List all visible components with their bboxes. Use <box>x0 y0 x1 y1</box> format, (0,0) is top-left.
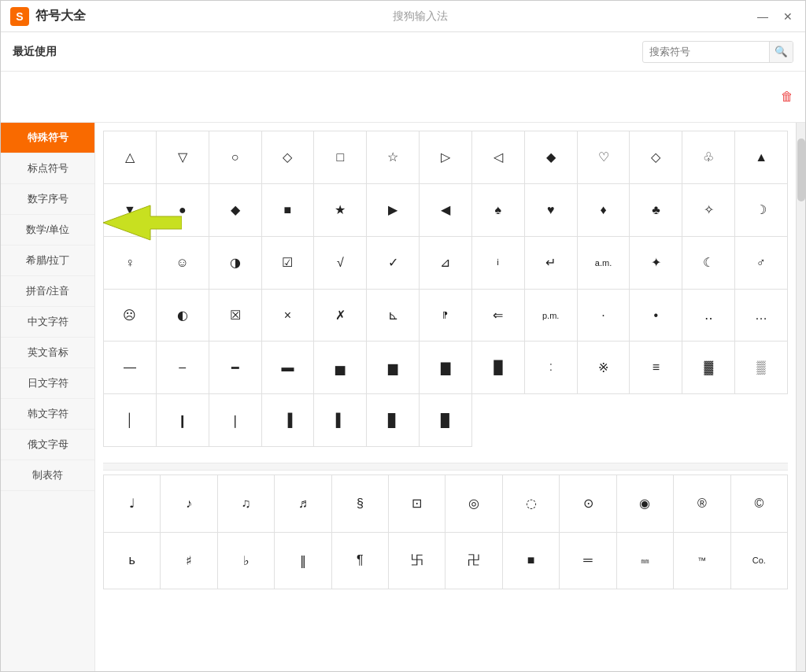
sidebar-item-special[interactable]: 特殊符号 <box>1 123 94 153</box>
sidebar-item-japanese[interactable]: 日文字符 <box>1 368 94 399</box>
sidebar-item-pinyin[interactable]: 拼音/注音 <box>1 276 94 307</box>
symbol-cell[interactable]: ★ <box>314 184 367 237</box>
symbol-cell[interactable]: ■ <box>503 533 560 589</box>
symbol-cell[interactable]: ⅰ <box>472 237 525 290</box>
sidebar-item-phonetic[interactable]: 英文音标 <box>1 338 94 368</box>
symbol-cell[interactable]: ▷ <box>420 131 472 184</box>
symbol-cell[interactable]: ь <box>104 533 161 589</box>
symbol-cell[interactable]: ▆ <box>367 342 420 394</box>
symbol-cell[interactable]: ⁋ <box>420 290 472 342</box>
symbol-cell[interactable]: ◁ <box>472 131 525 184</box>
symbol-cell[interactable]: · <box>578 290 630 342</box>
symbol-cell[interactable]: ✗ <box>314 290 367 342</box>
symbol-cell[interactable]: ◎ <box>446 475 502 532</box>
symbol-cell[interactable]: ▒ <box>735 342 788 394</box>
symbol-cell[interactable]: ▅ <box>314 342 367 394</box>
symbol-cell[interactable]: ♦ <box>578 184 630 237</box>
symbol-cell[interactable]: ♡ <box>578 131 630 184</box>
symbol-cell[interactable]: ☆ <box>367 131 420 184</box>
symbol-cell[interactable]: ※ <box>578 342 630 394</box>
symbol-cell[interactable]: ♫ <box>218 475 275 532</box>
symbol-cell[interactable]: ❘ <box>209 394 262 447</box>
symbol-cell[interactable]: ▲ <box>735 131 788 184</box>
search-input[interactable] <box>643 46 769 57</box>
symbol-cell[interactable]: ♧ <box>682 131 735 184</box>
symbol-cell[interactable]: ♪ <box>161 475 217 532</box>
symbol-cell[interactable]: ◀ <box>420 184 472 237</box>
symbol-cell[interactable]: Co. <box>731 533 788 589</box>
symbol-cell[interactable]: ♩ <box>104 475 161 532</box>
symbol-cell[interactable]: 卐 <box>389 533 446 589</box>
symbol-cell[interactable]: ❙ <box>157 394 209 447</box>
symbol-cell[interactable]: ◑ <box>209 237 262 290</box>
symbol-cell[interactable]: ✧ <box>682 184 735 237</box>
symbol-cell[interactable]: ¶ <box>332 533 389 589</box>
symbol-cell[interactable]: … <box>735 290 788 342</box>
symbol-cell[interactable]: ▓ <box>682 342 735 394</box>
symbol-cell[interactable]: × <box>262 290 315 342</box>
symbol-cell[interactable]: ○ <box>209 131 262 184</box>
symbol-cell[interactable]: ☒ <box>209 290 262 342</box>
symbol-cell[interactable]: ◌ <box>503 475 560 532</box>
symbol-cell[interactable]: ♣ <box>630 184 682 237</box>
symbol-cell[interactable]: ™ <box>674 533 730 589</box>
symbol-cell[interactable]: ▊ <box>367 394 420 447</box>
symbol-cell[interactable]: © <box>731 475 788 532</box>
symbol-cell[interactable]: ▌ <box>314 394 367 447</box>
symbol-cell[interactable]: ▐ <box>262 394 315 447</box>
symbol-cell[interactable]: ▽ <box>157 131 209 184</box>
symbol-cell[interactable]: ≡ <box>630 342 682 394</box>
symbol-cell[interactable]: p.m. <box>525 290 578 342</box>
symbol-cell[interactable]: § <box>332 475 389 532</box>
symbol-cell[interactable]: ☽ <box>735 184 788 237</box>
scrollbar[interactable] <box>796 123 805 671</box>
sidebar-item-russian[interactable]: 俄文字母 <box>1 430 94 460</box>
symbol-cell[interactable]: √ <box>314 237 367 290</box>
sidebar-item-math[interactable]: 数学/单位 <box>1 215 94 246</box>
symbol-cell[interactable]: ■ <box>262 184 315 237</box>
symbol-cell[interactable]: ▇ <box>420 342 472 394</box>
symbol-cell[interactable]: ✓ <box>367 237 420 290</box>
symbol-cell[interactable]: ⊿ <box>420 237 472 290</box>
symbol-cell[interactable]: ‖ <box>275 533 331 589</box>
sidebar-item-number-seq[interactable]: 数字序号 <box>1 184 94 215</box>
symbol-cell[interactable]: │ <box>104 394 157 447</box>
symbol-cell[interactable]: ◆ <box>525 131 578 184</box>
symbol-cell[interactable]: ◐ <box>157 290 209 342</box>
symbol-cell[interactable]: 卍 <box>446 533 502 589</box>
search-button[interactable]: 🔍 <box>769 42 793 62</box>
symbol-cell[interactable]: ═ <box>560 533 616 589</box>
symbol-cell[interactable]: ♬ <box>275 475 331 532</box>
symbol-cell[interactable]: ⁚ <box>525 342 578 394</box>
symbol-cell[interactable]: ® <box>674 475 730 532</box>
minimize-button[interactable]: — <box>755 9 771 24</box>
symbol-cell[interactable]: ☑ <box>262 237 315 290</box>
symbol-cell[interactable]: ◇ <box>630 131 682 184</box>
sidebar-item-greek[interactable]: 希腊/拉丁 <box>1 246 94 276</box>
symbol-cell[interactable]: ↵ <box>525 237 578 290</box>
close-button[interactable]: ✕ <box>780 9 796 24</box>
symbol-cell[interactable]: ☾ <box>682 237 735 290</box>
symbol-cell[interactable]: — <box>104 342 157 394</box>
scrollbar-thumb[interactable] <box>797 138 805 201</box>
delete-recent-button[interactable]: 🗑 <box>781 90 793 104</box>
symbol-cell[interactable]: a.m. <box>578 237 630 290</box>
symbol-cell[interactable]: ✦ <box>630 237 682 290</box>
symbol-cell[interactable]: ◆ <box>209 184 262 237</box>
symbol-cell[interactable]: ▬ <box>262 342 315 394</box>
symbol-cell[interactable]: ♠ <box>472 184 525 237</box>
symbol-cell[interactable]: ⊾ <box>367 290 420 342</box>
symbol-cell[interactable]: ▶ <box>367 184 420 237</box>
symbol-cell[interactable]: ⊡ <box>389 475 446 532</box>
symbol-cell[interactable]: □ <box>314 131 367 184</box>
symbol-cell[interactable]: ◇ <box>262 131 315 184</box>
symbol-cell[interactable]: • <box>630 290 682 342</box>
symbol-cell[interactable]: ♯ <box>161 533 217 589</box>
symbol-cell[interactable]: ‥ <box>682 290 735 342</box>
sidebar-item-korean[interactable]: 韩文字符 <box>1 399 94 430</box>
symbol-cell[interactable]: ㎜ <box>617 533 674 589</box>
symbol-cell[interactable]: – <box>157 342 209 394</box>
symbol-cell[interactable]: ☹ <box>104 290 157 342</box>
sidebar-item-table[interactable]: 制表符 <box>1 460 94 491</box>
symbol-cell[interactable]: ♥ <box>525 184 578 237</box>
